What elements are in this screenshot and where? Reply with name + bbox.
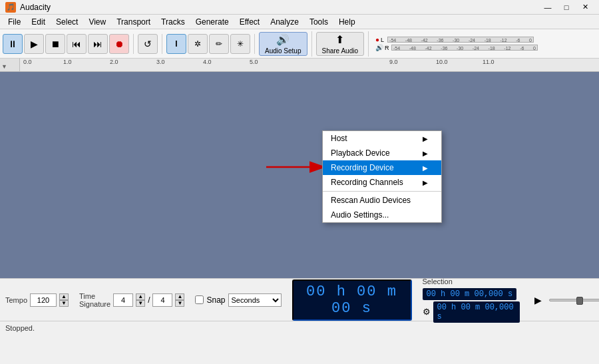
- menu-select[interactable]: Select: [51, 15, 83, 29]
- speed-slider[interactable]: [549, 299, 600, 301]
- stop-button[interactable]: ⏹: [45, 34, 65, 54]
- toolbar: ⏸ ▶ ⏹ ⏮ ⏭ ⏺ ↺ I ✲ ✏ ✳ 🔊 Audio Setup ⬆ Sh…: [0, 29, 599, 59]
- selection-end-row: ⚙ 00 h 00 m 00,000 s: [423, 301, 520, 323]
- share-audio-button[interactable]: ⬆ Share Audio: [316, 32, 365, 56]
- menu-tools[interactable]: Tools: [304, 15, 333, 29]
- dropdown-item-recording-channels[interactable]: Recording Channels ▶: [323, 175, 441, 190]
- menu-tracks[interactable]: Tracks: [156, 15, 190, 29]
- tempo-spinner: ▲ ▼: [59, 293, 69, 307]
- position-clock: 00 h 00 m 00 s: [292, 279, 412, 321]
- timeline-ruler[interactable]: ▼ 0.0 1.0 2.0 3.0 4.0 5.0 9.0 10.0 11.0: [0, 59, 599, 72]
- record-indicator: ●: [375, 36, 379, 43]
- play-bottom-button[interactable]: ▶: [530, 292, 546, 308]
- time-sig-num-down[interactable]: ▼: [136, 300, 145, 307]
- loop-button[interactable]: ↺: [138, 34, 158, 54]
- dropdown-item-recording-device[interactable]: Recording Device ▶: [323, 160, 441, 175]
- skip-end-button[interactable]: ⏭: [88, 34, 108, 54]
- playback-device-label: Playback Device: [331, 148, 390, 158]
- menu-transport[interactable]: Transport: [111, 15, 156, 29]
- time-sig-den-spinner: ▲ ▼: [175, 293, 184, 307]
- right-meter-bar[interactable]: -54-48-42-36-30-24-18-12-60: [391, 45, 538, 51]
- time-sig-num-up[interactable]: ▲: [136, 293, 145, 300]
- tempo-down[interactable]: ▼: [59, 300, 69, 307]
- recording-channels-arrow: ▶: [423, 179, 428, 186]
- skip-start-button[interactable]: ⏮: [67, 34, 87, 54]
- speed-slider-area: [549, 299, 600, 301]
- tempo-up[interactable]: ▲: [59, 293, 69, 300]
- share-audio-label: Share Audio: [322, 47, 359, 55]
- bottom-bar: Tempo ▲ ▼ Time Signature ▲ ▼ / ▲ ▼ Snap …: [0, 278, 599, 321]
- time-sig-slash: /: [148, 295, 150, 305]
- dropdown-item-host[interactable]: Host ▶: [323, 131, 441, 146]
- selection-area: Selection 00 h 00 m 00,000 s ⚙ 00 h 00 m…: [423, 277, 520, 323]
- selection-start-row: 00 h 00 m 00,000 s: [423, 288, 520, 300]
- title-bar: 🎵 Audacity — □ ✕: [0, 0, 599, 15]
- transport-controls: ⏸ ▶ ⏹ ⏮ ⏭ ⏺: [3, 34, 134, 54]
- menu-analyze[interactable]: Analyze: [265, 15, 304, 29]
- speed-slider-thumb[interactable]: [576, 297, 583, 305]
- recording-channels-label: Recording Channels: [331, 178, 403, 187]
- host-label: Host: [331, 134, 347, 143]
- left-channel-label: L: [381, 37, 386, 43]
- time-sig-den-down[interactable]: ▼: [175, 300, 184, 307]
- menu-effect[interactable]: Effect: [234, 15, 265, 29]
- menu-edit[interactable]: Edit: [26, 15, 51, 29]
- close-button[interactable]: ✕: [576, 1, 594, 13]
- right-channel-label: R: [385, 45, 390, 51]
- playback-indicator: 🔊: [375, 44, 383, 51]
- left-meter-bar[interactable]: -54-48-42-36-30-24-18-12-60: [387, 37, 534, 43]
- audio-setup-dropdown: Host ▶ Playback Device ▶ Recording Devic…: [322, 130, 442, 223]
- host-arrow: ▶: [423, 135, 428, 142]
- pause-button[interactable]: ⏸: [3, 34, 23, 54]
- app-icon: 🎵: [5, 2, 16, 13]
- audio-setup-area: 🔊 Audio Setup: [259, 31, 312, 57]
- recording-device-label: Recording Device: [331, 163, 394, 172]
- selection-tool-button[interactable]: I: [166, 34, 186, 54]
- time-sig-numerator[interactable]: [113, 293, 133, 307]
- record-button[interactable]: ⏺: [109, 34, 129, 54]
- meter-scale-bottom: -54-48-42-36-30-24-18-12-60: [392, 45, 537, 50]
- time-sig-group: Time Signature ▲ ▼ / ▲ ▼: [79, 292, 184, 308]
- upload-icon: ⬆: [335, 33, 344, 46]
- recording-device-arrow: ▶: [423, 164, 428, 172]
- playback-device-arrow: ▶: [423, 150, 428, 157]
- track-area[interactable]: Host ▶ Playback Device ▶ Recording Devic…: [0, 72, 599, 278]
- multi-tool-button[interactable]: ✲: [188, 34, 208, 54]
- time-sig-denominator[interactable]: [152, 293, 172, 307]
- tempo-input[interactable]: [30, 293, 57, 307]
- minimize-button[interactable]: —: [539, 1, 556, 13]
- maximize-button[interactable]: □: [558, 1, 575, 13]
- window-controls: — □ ✕: [539, 1, 594, 13]
- ruler-marks-container: 0.0 1.0 2.0 3.0 4.0 5.0 9.0 10.0 11.0: [20, 59, 599, 71]
- menu-generate[interactable]: Generate: [190, 15, 234, 29]
- dropdown-item-audio-settings[interactable]: Audio Settings...: [323, 208, 441, 222]
- settings-icon[interactable]: ⚙: [423, 307, 431, 317]
- audio-setup-button[interactable]: 🔊 Audio Setup: [259, 32, 307, 56]
- tool-controls: I ✲ ✏ ✳: [166, 34, 255, 54]
- play-button[interactable]: ▶: [24, 34, 44, 54]
- share-audio-area: ⬆ Share Audio: [316, 31, 369, 57]
- menu-file[interactable]: File: [3, 15, 26, 29]
- extra-tool-button[interactable]: ✳: [230, 34, 250, 54]
- rescan-label: Rescan Audio Devices: [331, 196, 411, 205]
- dropdown-item-playback-device[interactable]: Playback Device ▶: [323, 146, 441, 160]
- time-sig-den-up[interactable]: ▲: [175, 293, 184, 300]
- speaker-icon: 🔊: [276, 33, 290, 46]
- track-number: ▼: [0, 63, 7, 70]
- tempo-group: Tempo ▲ ▼: [5, 293, 69, 307]
- dropdown-separator: [323, 191, 441, 192]
- snap-unit-select[interactable]: Seconds: [228, 293, 282, 307]
- selection-start-value: 00 h 00 m 00,000 s: [423, 288, 517, 300]
- menu-help[interactable]: Help: [333, 15, 361, 29]
- tempo-label: Tempo: [5, 296, 27, 304]
- loop-controls: ↺: [138, 34, 162, 54]
- snap-label[interactable]: Snap: [206, 295, 225, 305]
- dropdown-item-rescan[interactable]: Rescan Audio Devices: [323, 193, 441, 208]
- menu-view[interactable]: View: [83, 15, 111, 29]
- vu-meter-panel: ● L -54-48-42-36-30-24-18-12-60 🔊 R -54-…: [375, 36, 538, 51]
- vu-meter-record: ● L -54-48-42-36-30-24-18-12-60: [375, 36, 538, 43]
- status-bar: Stopped.: [0, 321, 599, 334]
- time-sig-num-spinner: ▲ ▼: [136, 293, 145, 307]
- snap-checkbox[interactable]: [195, 295, 204, 304]
- draw-tool-button[interactable]: ✏: [209, 34, 229, 54]
